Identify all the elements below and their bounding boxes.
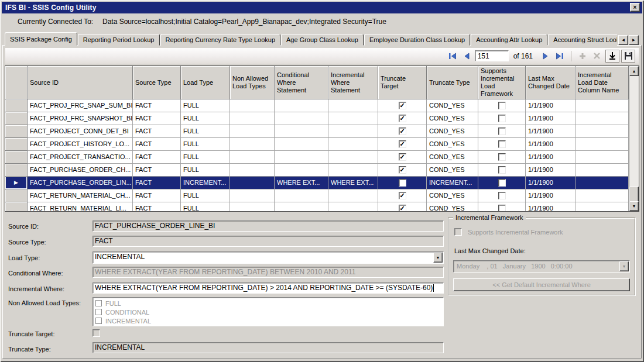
column-header-truncate-type[interactable]: Truncate Type [427, 66, 478, 99]
column-header-load-type[interactable]: Load Type [181, 66, 230, 99]
cell-truncate-type[interactable]: COND_YES [427, 164, 478, 177]
checkbox-icon[interactable] [95, 300, 102, 306]
cell-non-allowed-load-types[interactable] [230, 99, 275, 112]
table-row[interactable]: FACT_RETURN_MATERIAL_LI...FACTFULL✓COND_… [5, 202, 629, 212]
truncate-target-checkbox[interactable]: ✓ [399, 127, 406, 135]
table-row[interactable]: FACT_PROJECT_TRANSACTIO...FACTFULL✓COND_… [5, 151, 629, 164]
cell-load-type[interactable]: FULL [181, 112, 230, 125]
cell-truncate-target[interactable]: ✓ [378, 99, 427, 112]
nav-prev-button[interactable] [460, 50, 474, 63]
cell-conditional-where[interactable]: WHERE EXT... [275, 177, 328, 189]
cell-supports-incremental-load-framework[interactable] [478, 189, 526, 202]
cell-truncate-target[interactable] [378, 177, 427, 189]
cell-source-id[interactable]: FACT_PURCHASE_ORDER_LIN... [28, 177, 133, 189]
row-selector[interactable] [5, 112, 28, 125]
truncate-target-checkbox[interactable]: ✓ [399, 102, 406, 109]
truncate-target-checkbox[interactable] [399, 179, 406, 187]
cell-source-type[interactable]: FACT [133, 202, 181, 212]
truncate-target-checkbox[interactable]: ✓ [399, 166, 406, 174]
row-selector[interactable] [5, 151, 28, 164]
column-header-source-type[interactable]: Source Type [133, 66, 181, 99]
column-header-incremental-load-date-column-name[interactable]: Incremental Load Date Column Name [576, 66, 629, 99]
cell-load-type[interactable]: FULL [181, 151, 230, 164]
cell-load-type[interactable]: FULL [181, 164, 230, 177]
table-row[interactable]: FACT_PROJ_FRC_SNAPSHOT_BIFACTFULL✓COND_Y… [5, 112, 629, 125]
cell-conditional-where[interactable] [275, 202, 328, 212]
supports-incremental-load-framework-checkbox[interactable] [498, 192, 506, 199]
nav-next-button[interactable] [539, 50, 553, 63]
nav-last-button[interactable] [553, 50, 567, 63]
column-header-non-allowed-load-types[interactable]: Non Allowed Load Types [230, 66, 275, 99]
truncate-target-checkbox[interactable] [93, 329, 100, 337]
cell-incremental-where[interactable]: WHERE EXT... [328, 177, 378, 189]
cell-incremental-where[interactable] [328, 151, 378, 164]
cell-incremental-where[interactable] [328, 99, 378, 112]
cell-truncate-type[interactable]: COND_YES [427, 189, 478, 202]
grid-vertical-scrollbar[interactable]: ▲ ▼ [629, 66, 639, 211]
supports-incremental-load-framework-checkbox[interactable] [498, 153, 506, 161]
scrollbar-thumb[interactable] [629, 187, 639, 203]
checkbox-icon[interactable] [95, 309, 102, 315]
cell-conditional-where[interactable] [275, 125, 328, 138]
column-header-supports-incremental-load-framework[interactable]: Supports Incremental Load Framework [478, 66, 526, 99]
tab-accounting-attr-lookup[interactable]: Accounting Attr Lookup [471, 34, 547, 46]
list-item-full[interactable]: FULL [95, 299, 441, 308]
supports-incremental-load-framework-checkbox[interactable] [498, 127, 506, 135]
table-row[interactable]: FACT_PROJECT_HISTORY_LO...FACTFULL✓COND_… [5, 138, 629, 151]
cell-non-allowed-load-types[interactable] [230, 138, 275, 151]
cell-incremental-load-date-column-name[interactable] [576, 99, 629, 112]
cell-conditional-where[interactable] [275, 164, 328, 177]
cell-supports-incremental-load-framework[interactable] [478, 164, 526, 177]
cell-supports-incremental-load-framework[interactable] [478, 125, 526, 138]
cell-incremental-where[interactable] [328, 189, 378, 202]
cell-truncate-target[interactable]: ✓ [378, 125, 427, 138]
cell-source-id[interactable]: FACT_PROJECT_TRANSACTIO... [28, 151, 133, 164]
tab-age-group-class-lookup[interactable]: Age Group Class Lookup [281, 34, 364, 46]
supports-incremental-load-framework-checkbox[interactable] [498, 179, 506, 187]
tab-reporting-currency-rate-type-lookup[interactable]: Reporting Currency Rate Type Lookup [160, 34, 281, 46]
table-row[interactable]: FACT_PURCHASE_ORDER_CH...FACTFULL✓COND_Y… [5, 164, 629, 177]
cell-source-type[interactable]: FACT [133, 177, 181, 189]
cell-load-type[interactable]: FULL [181, 99, 230, 112]
cell-non-allowed-load-types[interactable] [230, 202, 275, 212]
tab-scroll-right-button[interactable]: ► [629, 35, 639, 45]
cell-supports-incremental-load-framework[interactable] [478, 138, 526, 151]
supports-incremental-load-framework-checkbox[interactable] [498, 102, 506, 109]
cell-last-max-changed-date[interactable]: 1/1/1900 [526, 99, 576, 112]
row-selector[interactable] [5, 189, 28, 202]
tab-reporting-period-lookup[interactable]: Reporting Period Lookup [78, 34, 160, 46]
cell-truncate-target[interactable]: ✓ [378, 151, 427, 164]
cell-supports-incremental-load-framework[interactable] [478, 177, 526, 189]
cell-source-type[interactable]: FACT [133, 189, 181, 202]
cell-incremental-where[interactable] [328, 202, 378, 212]
cell-conditional-where[interactable] [275, 138, 328, 151]
non-allowed-load-types-listbox[interactable]: FULLCONDITIONALINCREMENTAL [93, 297, 444, 326]
cell-incremental-load-date-column-name[interactable] [576, 177, 629, 189]
cell-conditional-where[interactable] [275, 99, 328, 112]
cell-source-id[interactable]: FACT_PROJ_FRC_SNAPSHOT_BI [28, 112, 133, 125]
cell-last-max-changed-date[interactable]: 1/1/1900 [526, 202, 576, 212]
cell-incremental-load-date-column-name[interactable] [576, 189, 629, 202]
supports-incremental-load-framework-checkbox[interactable] [498, 205, 506, 212]
table-row[interactable]: FACT_RETURN_MATERIAL_CH...FACTFULL✓COND_… [5, 189, 629, 202]
cell-source-type[interactable]: FACT [133, 151, 181, 164]
supports-incremental-load-framework-checkbox[interactable] [498, 140, 506, 148]
truncate-target-checkbox[interactable]: ✓ [399, 115, 406, 122]
load-type-combo[interactable]: INCREMENTAL ▼ [93, 251, 444, 264]
cell-source-type[interactable]: FACT [133, 138, 181, 151]
cell-truncate-target[interactable]: ✓ [378, 138, 427, 151]
cell-load-type[interactable]: FULL [181, 125, 230, 138]
cell-load-type[interactable]: FULL [181, 189, 230, 202]
cell-truncate-type[interactable]: COND_YES [427, 99, 478, 112]
cell-source-type[interactable]: FACT [133, 112, 181, 125]
tab-employee-duration-class-lookup[interactable]: Employee Duration Class Lookup [364, 34, 470, 46]
cell-truncate-type[interactable]: COND_YES [427, 112, 478, 125]
cell-source-type[interactable]: FACT [133, 164, 181, 177]
record-position-input[interactable] [475, 50, 509, 61]
cell-incremental-load-date-column-name[interactable] [576, 138, 629, 151]
cell-source-id[interactable]: FACT_RETURN_MATERIAL_LI... [28, 202, 133, 212]
cell-last-max-changed-date[interactable]: 1/1/1900 [526, 112, 576, 125]
source-id-field[interactable]: FACT_PURCHASE_ORDER_LINE_BI [93, 220, 444, 232]
cell-source-id[interactable]: FACT_PURCHASE_ORDER_CH... [28, 164, 133, 177]
cell-supports-incremental-load-framework[interactable] [478, 99, 526, 112]
